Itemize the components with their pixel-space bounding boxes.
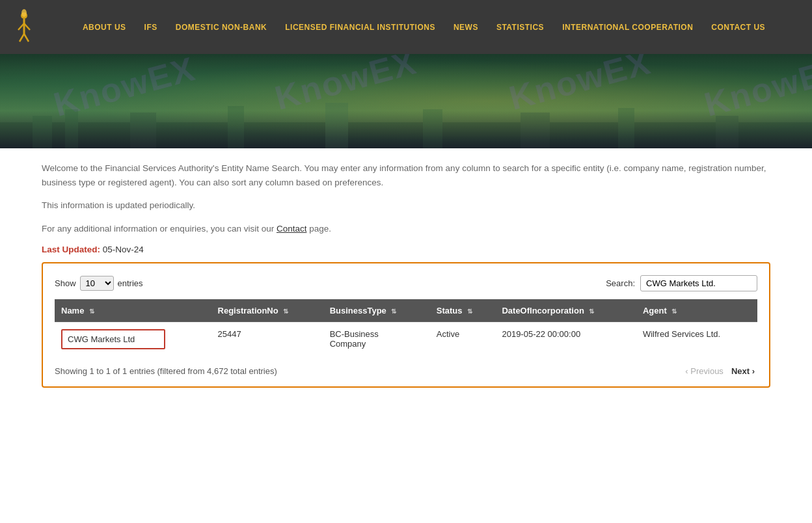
nav-news[interactable]: NEWS — [444, 23, 487, 32]
col-business-type[interactable]: BusinessType ⇅ — [323, 299, 430, 323]
search-area: Search: — [606, 275, 757, 291]
sort-arrows-reg: ⇅ — [283, 308, 288, 315]
svg-line-5 — [24, 34, 29, 42]
nav-links: ABOUT US IFS DOMESTIC NON-BANK LICENSED … — [42, 23, 805, 32]
intro-paragraph-2: This information is updated periodically… — [42, 198, 770, 213]
main-content: Welcome to the Financial Services Author… — [16, 148, 796, 414]
show-entries-control: Show 10 25 50 100 entries — [55, 276, 143, 291]
svg-rect-7 — [0, 122, 812, 148]
svg-rect-8 — [33, 116, 52, 148]
svg-rect-15 — [618, 108, 634, 148]
svg-rect-11 — [228, 106, 244, 148]
nav-licensed-financial[interactable]: LICENSED FINANCIAL INSTITUTIONS — [276, 23, 444, 32]
svg-rect-9 — [65, 109, 78, 148]
pagination-summary: Showing 1 to 1 of 1 entries (filtered fr… — [55, 366, 277, 376]
show-label: Show — [55, 278, 76, 288]
col-name[interactable]: Name ⇅ — [55, 299, 211, 323]
col-date[interactable]: DateOfIncorporation ⇅ — [495, 299, 636, 323]
svg-point-6 — [21, 9, 27, 17]
svg-rect-12 — [325, 103, 348, 148]
col-status[interactable]: Status ⇅ — [430, 299, 496, 323]
svg-rect-10 — [130, 113, 156, 148]
table-row: CWG Markets Ltd 25447 BC-Business Compan… — [55, 323, 757, 356]
table-header: Name ⇅ RegistrationNo ⇅ BusinessType ⇅ S… — [55, 299, 757, 323]
svg-rect-16 — [716, 116, 738, 148]
previous-button[interactable]: ‹ Previous — [683, 365, 726, 377]
nav-domestic-non-bank[interactable]: DOMESTIC NON-BANK — [167, 23, 277, 32]
name-cell-highlighted: CWG Markets Ltd — [61, 329, 165, 349]
nav-contact-us[interactable]: CONTACT US — [702, 23, 774, 32]
last-updated-line: Last Updated: 05-Nov-24 — [42, 245, 770, 254]
col-registration[interactable]: RegistrationNo ⇅ — [211, 299, 323, 323]
hero-banner: KnowEX KnowEX KnowEX KnowEX — [0, 54, 812, 148]
nav-international[interactable]: INTERNATIONAL COOPERATION — [553, 23, 702, 32]
col-agent[interactable]: Agent ⇅ — [636, 299, 757, 323]
sort-arrows-name: ⇅ — [89, 308, 94, 315]
table-body: CWG Markets Ltd 25447 BC-Business Compan… — [55, 323, 757, 356]
cell-status: Active — [430, 323, 496, 356]
search-input[interactable] — [640, 275, 757, 291]
cell-registration: 25447 — [211, 323, 323, 356]
nav-statistics[interactable]: STATISTICS — [487, 23, 553, 32]
cell-business-type: BC-Business Company — [323, 323, 430, 356]
entries-select[interactable]: 10 25 50 100 — [80, 276, 114, 291]
svg-rect-14 — [521, 113, 550, 148]
pagination-row: Showing 1 to 1 of 1 entries (filtered fr… — [55, 365, 757, 377]
pagination-controls: ‹ Previous Next › — [683, 365, 757, 377]
entries-label: entries — [118, 278, 143, 288]
intro-paragraph-1: Welcome to the Financial Services Author… — [42, 161, 770, 189]
sort-arrows-status: ⇅ — [467, 308, 472, 315]
results-table: Name ⇅ RegistrationNo ⇅ BusinessType ⇅ S… — [55, 299, 757, 356]
table-section: Show 10 25 50 100 entries Search: Name — [42, 262, 770, 388]
site-logo[interactable] — [7, 9, 42, 45]
sort-arrows-agent: ⇅ — [671, 308, 677, 315]
search-label: Search: — [606, 278, 635, 288]
navigation: ABOUT US IFS DOMESTIC NON-BANK LICENSED … — [0, 0, 812, 54]
table-controls: Show 10 25 50 100 entries Search: — [55, 275, 757, 291]
next-button[interactable]: Next › — [729, 365, 757, 377]
contact-suffix: page. — [306, 224, 331, 234]
cell-name: CWG Markets Ltd — [55, 323, 211, 356]
nav-about-us[interactable]: ABOUT US — [74, 23, 135, 32]
sort-arrows-biz: ⇅ — [391, 308, 396, 315]
nav-ifs[interactable]: IFS — [135, 23, 167, 32]
cell-agent: Wilfred Services Ltd. — [636, 323, 757, 356]
intro-paragraph-3: For any additional information or enquir… — [42, 222, 770, 236]
last-updated-label: Last Updated: — [42, 245, 100, 254]
contact-prefix: For any additional information or enquir… — [42, 224, 277, 234]
last-updated-date: 05-Nov-24 — [103, 245, 144, 254]
svg-line-4 — [20, 34, 24, 42]
contact-link[interactable]: Contact — [277, 224, 307, 234]
svg-rect-13 — [423, 109, 442, 148]
cell-date: 2019-05-22 00:00:00 — [495, 323, 636, 356]
sort-arrows-date: ⇅ — [589, 308, 594, 315]
header-row: Name ⇅ RegistrationNo ⇅ BusinessType ⇅ S… — [55, 299, 757, 323]
